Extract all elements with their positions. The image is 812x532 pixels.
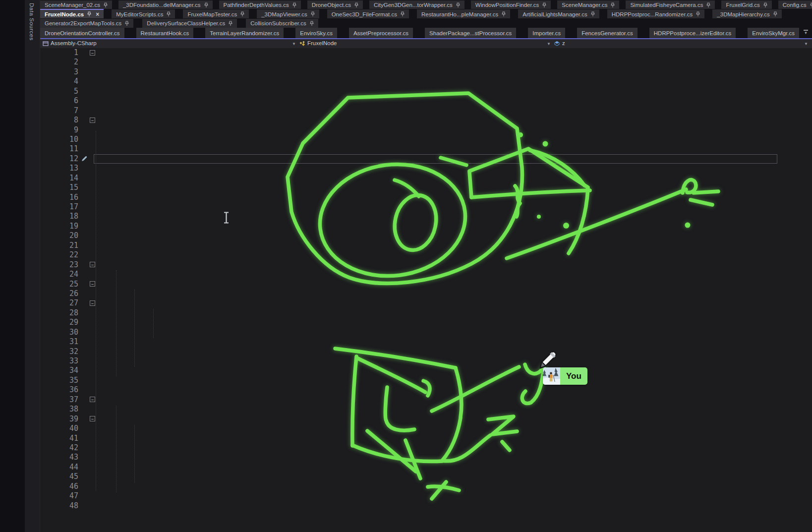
tab-label: WindowPositionFinder.cs bbox=[475, 2, 539, 8]
tab-overflow-chevron-icon[interactable]: ▼ bbox=[804, 30, 808, 35]
chevron-down-icon[interactable]: ▼ bbox=[547, 42, 551, 46]
fold-collapse-icon[interactable]: − bbox=[90, 281, 95, 287]
tab-OneSec3D_FileFormat.cs[interactable]: OneSec3D_FileFormat.cs bbox=[327, 9, 409, 18]
tab-CollisionSubscriber.cs[interactable]: CollisionSubscriber.cs bbox=[246, 19, 318, 28]
code-line-46: 46 bbox=[40, 482, 812, 491]
tab-RestaurantHook.cs[interactable]: RestaurantHook.cs bbox=[136, 28, 194, 38]
tab-Config.cs[interactable]: Config.cs bbox=[778, 0, 812, 9]
fold-collapse-icon[interactable]: − bbox=[90, 416, 95, 421]
breadcrumb-type[interactable]: FruxelNode bbox=[307, 40, 337, 46]
tab-WindowPositionFinder.cs[interactable]: WindowPositionFinder.cs bbox=[471, 0, 551, 9]
tab-Generator2ExportMapTools.cs[interactable]: Generator2ExportMapTools.cs bbox=[40, 19, 133, 28]
pin-icon bbox=[696, 11, 700, 17]
tab-SimulatedFisheyeCamera.cs[interactable]: SimulatedFisheyeCamera.cs bbox=[626, 0, 715, 9]
tab-HDRPPostproce...izerEditor.cs[interactable]: HDRPPostproce...izerEditor.cs bbox=[649, 28, 736, 38]
line-number: 22 bbox=[40, 250, 78, 260]
breadcrumb-project[interactable]: Assembly-CSharp bbox=[51, 40, 97, 46]
tab-label: EnviroSky.cs bbox=[300, 30, 333, 36]
tab-DroneOrientationController.cs[interactable]: DroneOrientationController.cs bbox=[40, 28, 124, 38]
tab-AssetPreprocessor.cs[interactable]: AssetPreprocessor.cs bbox=[349, 28, 413, 38]
tab-label: Config.cs bbox=[783, 2, 807, 8]
line-number: 14 bbox=[40, 174, 78, 183]
tab-_3DFoundatio...delManager.cs[interactable]: _3DFoundatio...delManager.cs bbox=[118, 0, 213, 9]
line-number: 26 bbox=[40, 289, 78, 298]
pin-icon bbox=[125, 21, 129, 26]
tab-FruxelGrid.cs[interactable]: FruxelGrid.cs bbox=[721, 0, 771, 9]
code-editor[interactable]: 1−2345678−91011121314151617181920212223−… bbox=[40, 48, 812, 532]
code-line-26: 26 bbox=[40, 289, 812, 298]
close-icon[interactable]: × bbox=[96, 12, 99, 17]
fold-collapse-icon[interactable]: − bbox=[90, 50, 95, 56]
code-line-5: 5 bbox=[40, 87, 812, 96]
line-number: 3 bbox=[40, 67, 78, 77]
code-line-11: 11 bbox=[40, 144, 812, 154]
tab-RestaurantHo...pleManager.cs[interactable]: RestaurantHo...pleManager.cs bbox=[417, 9, 510, 18]
pin-icon bbox=[611, 2, 615, 8]
breadcrumb-member[interactable]: z bbox=[562, 40, 565, 46]
pin-icon bbox=[240, 11, 244, 17]
tab-Importer.cs[interactable]: Importer.cs bbox=[528, 28, 565, 38]
tab-_3DMapHierarchy.cs[interactable]: _3DMapHierarchy.cs bbox=[712, 9, 782, 18]
chevron-down-icon[interactable]: ▼ bbox=[804, 42, 808, 46]
code-line-34: 34 bbox=[40, 366, 812, 375]
pin-icon bbox=[104, 2, 108, 8]
data-sources-panel-tab[interactable]: Data Sources bbox=[25, 0, 40, 532]
tab-TerrainLayerRandomizer.cs[interactable]: TerrainLayerRandomizer.cs bbox=[205, 28, 284, 38]
pin-icon bbox=[292, 2, 296, 8]
tab-MyEditorScripts.cs[interactable]: MyEditorScripts.cs bbox=[112, 9, 175, 18]
chevron-down-icon[interactable]: ▼ bbox=[292, 42, 296, 46]
line-number: 6 bbox=[40, 96, 78, 106]
assembly-icon bbox=[43, 41, 49, 48]
pin-icon bbox=[311, 11, 315, 17]
tab-ArtificialLightsManager.cs[interactable]: ArtificialLightsManager.cs bbox=[518, 9, 599, 18]
tab-label: PathfinderDepthValues.cs bbox=[224, 2, 289, 8]
tab-DroneObject.cs[interactable]: DroneObject.cs bbox=[307, 0, 363, 9]
line-number: 40 bbox=[40, 424, 78, 433]
tab-SceneManager_02.cs[interactable]: SceneManager_02.cs bbox=[40, 0, 112, 9]
code-line-18: 18 bbox=[40, 212, 812, 221]
code-line-23: 23− bbox=[40, 260, 812, 270]
tab-label: _3DMapHierarchy.cs bbox=[717, 11, 770, 17]
tab-SceneManager.cs[interactable]: SceneManager.cs bbox=[557, 0, 619, 9]
code-line-13: 13 bbox=[40, 164, 812, 173]
line-number: 38 bbox=[40, 405, 78, 414]
line-number: 17 bbox=[40, 202, 78, 212]
tab-CityGen3DGen...torWrapper.cs[interactable]: CityGen3DGen...torWrapper.cs bbox=[369, 0, 464, 9]
tab-label: DeliverySurfaceClassHelper.cs bbox=[147, 20, 225, 26]
presenter-badge: You bbox=[543, 367, 587, 385]
tab-EnviroSky.cs[interactable]: EnviroSky.cs bbox=[295, 28, 337, 38]
tab-label: ShaderPackage...stProcessor.cs bbox=[429, 30, 512, 36]
code-line-36: 36 bbox=[40, 385, 812, 395]
tab-label: FruxelGrid.cs bbox=[726, 2, 759, 8]
tab-ShaderPackage...stProcessor.cs[interactable]: ShaderPackage...stProcessor.cs bbox=[425, 28, 516, 38]
code-line-2: 2 bbox=[40, 58, 812, 67]
fold-collapse-icon[interactable]: − bbox=[90, 397, 95, 402]
fold-collapse-icon[interactable]: − bbox=[90, 262, 95, 267]
code-line-6: 6 bbox=[40, 96, 812, 106]
line-number: 16 bbox=[40, 193, 78, 202]
line-number: 20 bbox=[40, 231, 78, 240]
fold-collapse-icon[interactable]: − bbox=[90, 300, 95, 306]
tab-HDRPPostproc...Randomizer.cs[interactable]: HDRPPostproc...Randomizer.cs bbox=[607, 9, 705, 18]
tab-FencesGenerator.cs[interactable]: FencesGenerator.cs bbox=[577, 28, 638, 38]
tab-DeliverySurfaceClassHelper.cs[interactable]: DeliverySurfaceClassHelper.cs bbox=[142, 19, 237, 28]
pin-icon bbox=[167, 11, 171, 17]
line-number: 18 bbox=[40, 212, 78, 221]
code-line-48: 48 bbox=[40, 501, 812, 511]
tab-_3DMapViewer.cs[interactable]: _3DMapViewer.cs bbox=[257, 9, 319, 18]
line-number: 10 bbox=[40, 135, 78, 144]
tab-FruxelNode.cs[interactable]: FruxelNode.cs× bbox=[40, 9, 104, 18]
tab-FruxelMapTester.cs[interactable]: FruxelMapTester.cs bbox=[183, 9, 249, 18]
line-number: 45 bbox=[40, 472, 78, 481]
line-number: 25 bbox=[40, 280, 78, 289]
pin-icon bbox=[310, 21, 314, 26]
line-number: 29 bbox=[40, 318, 78, 327]
tab-EnviroSkyMgr.cs[interactable]: EnviroSkyMgr.cs bbox=[748, 28, 799, 38]
line-number: 13 bbox=[40, 164, 78, 173]
tab-PathfinderDepthValues.cs[interactable]: PathfinderDepthValues.cs bbox=[219, 0, 301, 9]
line-number: 34 bbox=[40, 366, 78, 375]
fold-collapse-icon[interactable]: − bbox=[90, 118, 95, 123]
code-line-17: 17 bbox=[40, 202, 812, 212]
indent-guide bbox=[134, 290, 135, 367]
code-line-42: 42 bbox=[40, 443, 812, 453]
